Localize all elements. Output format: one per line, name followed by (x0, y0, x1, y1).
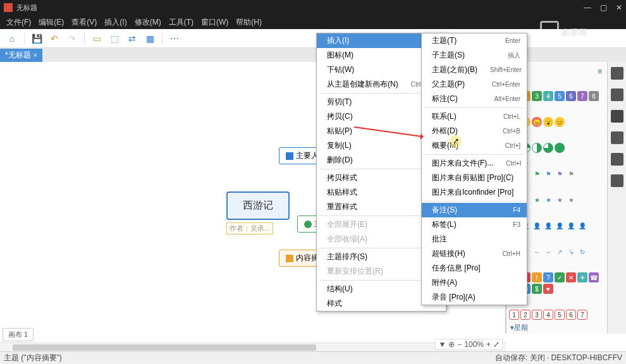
mi-任务信息 [Pro][interactable]: 任务信息 [Pro] (422, 261, 527, 276)
person-icon[interactable]: 👤 (577, 221, 587, 231)
mi-父主题(P)[interactable]: 父主题(P)Ctrl+Enter (422, 77, 527, 92)
panel-menu-icon[interactable]: ≡ (598, 67, 602, 76)
star-icon[interactable]: ★ (566, 195, 576, 205)
mi-备注(S)[interactable]: 备注(S)F4 (422, 203, 527, 217)
person-icon[interactable]: 👤 (555, 221, 565, 231)
tab-untitled[interactable]: *无标题 × (0, 49, 42, 62)
undo-icon[interactable]: ↶ (47, 32, 61, 46)
month-icon[interactable]: 3 (532, 310, 542, 320)
symbol-icon[interactable]: ? (543, 272, 553, 282)
sidetab-icons[interactable] (611, 110, 623, 123)
more-icon[interactable]: ⋯ (168, 32, 181, 46)
star-icon[interactable]: ★ (555, 195, 565, 205)
sidetab-notes[interactable] (611, 131, 623, 144)
symbol-icon[interactable]: ✓ (555, 272, 565, 282)
mi-标签(L)[interactable]: 标签(L)F3 (422, 217, 527, 232)
author-label[interactable]: 作者：吴承... (226, 222, 273, 234)
mi-录音 [Pro](A)[interactable]: 录音 [Pro](A) (422, 290, 527, 305)
flag-icon[interactable]: ⚑ (555, 169, 565, 179)
new-icon[interactable]: ▭ (90, 32, 104, 46)
mi-联系(L)[interactable]: 联系(L)Ctrl+L (422, 109, 527, 124)
link-icon[interactable]: ⬚ (107, 32, 121, 46)
sidetab-comments[interactable] (611, 153, 623, 166)
horizontal-scrollbar[interactable] (0, 343, 506, 351)
priority-3-icon[interactable]: 3 (532, 91, 542, 101)
arrow-icon[interactable]: ↘ (566, 246, 576, 257)
arrow-icon[interactable]: → (543, 246, 553, 257)
section-week[interactable]: 星期 (509, 321, 605, 334)
mi-附件(A)[interactable]: 附件(A) (422, 276, 527, 290)
menu-edit[interactable]: 编辑(E) (35, 16, 68, 29)
menu-help[interactable]: 帮助(H) (232, 16, 266, 29)
mi-超链接(H)[interactable]: 超链接(H)Ctrl+H (422, 246, 527, 261)
person-icon[interactable]: 👤 (543, 221, 553, 231)
priority-8-icon[interactable]: 8 (589, 91, 599, 101)
pie-icon[interactable] (532, 143, 542, 153)
refresh-icon[interactable]: ↻ (577, 246, 587, 257)
person-icon[interactable]: 👤 (532, 221, 542, 231)
face-icon[interactable]: 😊 (555, 117, 565, 127)
month-icon[interactable]: 1 (509, 310, 519, 320)
minimize-button[interactable]: — (584, 3, 591, 12)
month-icon[interactable]: 2 (520, 310, 531, 320)
boundary-icon[interactable]: ▦ (143, 32, 157, 46)
root-topic[interactable]: 西游记 (226, 191, 290, 220)
tab-close-icon[interactable]: × (34, 52, 37, 59)
mi-主题(T)[interactable]: 主题(T)Enter (422, 33, 527, 48)
mi-图片来自Iconfinder [Pro][interactable]: 图片来自Iconfinder [Pro] (422, 185, 527, 200)
star-icon[interactable]: ★ (532, 195, 542, 205)
month-icon[interactable]: 6 (566, 310, 576, 320)
flag-icon[interactable]: ⚑ (566, 169, 576, 179)
symbol-icon[interactable]: ♥ (543, 284, 553, 294)
menu-window[interactable]: 窗口(W) (197, 16, 232, 29)
zoom-in[interactable]: + (486, 340, 491, 349)
mi-概要(M)[interactable]: 概要(M)Ctrl+] (422, 138, 527, 153)
star-icon[interactable]: ★ (543, 195, 553, 205)
mi-主题(之前)(B)[interactable]: 主题(之前)(B)Shift+Enter (422, 63, 527, 77)
save-icon[interactable]: 💾 (30, 32, 44, 46)
pie-icon[interactable] (555, 143, 565, 153)
mi-外框(D)[interactable]: 外框(D)Ctrl+B (422, 124, 527, 138)
fit-icon[interactable]: ⤢ (493, 340, 500, 349)
mi-图片来自剪贴图 [Pro](C)[interactable]: 图片来自剪贴图 [Pro](C) (422, 171, 527, 185)
maximize-button[interactable]: ▢ (600, 3, 607, 12)
menu-insert[interactable]: 插入(I) (101, 16, 130, 29)
target-icon[interactable]: ⊕ (448, 340, 455, 349)
close-button[interactable]: ✕ (616, 3, 622, 12)
zoom-out[interactable]: − (457, 340, 462, 349)
pie-icon[interactable] (543, 143, 553, 153)
canvas-tab[interactable]: 画布 1 (3, 328, 34, 341)
symbol-icon[interactable]: $ (532, 284, 542, 294)
arrow-icon[interactable]: ← (532, 246, 542, 257)
relation-icon[interactable]: ⇄ (125, 32, 139, 46)
menu-modify[interactable]: 修改(M) (131, 16, 165, 29)
month-icon[interactable]: 4 (543, 310, 553, 320)
month-icon[interactable]: 7 (577, 310, 587, 320)
menu-file[interactable]: 文件(F) (3, 16, 35, 29)
priority-5-icon[interactable]: 5 (555, 91, 565, 101)
face-icon[interactable]: 😮 (543, 117, 553, 127)
priority-6-icon[interactable]: 6 (566, 91, 576, 101)
priority-4-icon[interactable]: 4 (543, 91, 553, 101)
sidetab-outline[interactable] (611, 88, 623, 101)
arrow-icon[interactable]: ↗ (555, 246, 565, 257)
face-icon[interactable]: 😠 (532, 117, 542, 127)
symbol-icon[interactable]: ☎ (589, 272, 599, 282)
menu-tools[interactable]: 工具(T) (165, 16, 197, 29)
flag-icon[interactable]: ⚑ (543, 169, 553, 179)
month-icon[interactable]: 5 (555, 310, 565, 320)
symbol-icon[interactable]: ! (532, 272, 542, 282)
symbol-icon[interactable]: ✕ (566, 272, 576, 282)
mi-子主题(S)[interactable]: 子主题(S)插入 (422, 48, 527, 63)
flag-icon[interactable]: ⚑ (532, 169, 542, 179)
symbol-icon[interactable]: ✈ (577, 272, 587, 282)
mi-标注(C)[interactable]: 标注(C)Alt+Enter (422, 92, 527, 106)
filter-icon[interactable]: ▼ (438, 340, 446, 349)
mi-图片来自文件(F)...[interactable]: 图片来自文件(F)...Ctrl+I (422, 156, 527, 171)
sidetab-format[interactable] (611, 67, 623, 80)
person-icon[interactable]: 👤 (566, 221, 576, 231)
menu-view[interactable]: 查看(V) (68, 16, 101, 29)
mi-批注[interactable]: 批注 (422, 232, 527, 246)
sidetab-task[interactable] (611, 174, 623, 187)
home-icon[interactable]: ⌂ (5, 32, 19, 46)
